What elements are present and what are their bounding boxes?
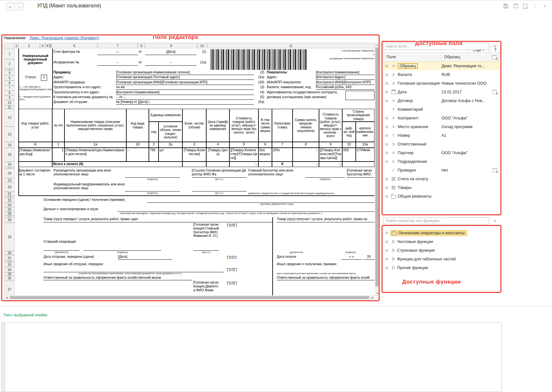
editor-cell[interactable]: шт — [159, 148, 182, 162]
field-search-close-icon[interactable]: × — [492, 43, 498, 49]
editor-cell[interactable]: [Контрагент.ИНН]/[Контрагент.КПП] — [316, 80, 374, 85]
editor-cell[interactable]: от — [139, 61, 144, 66]
editor-cell[interactable]: Наименование товара (описание выполненны… — [64, 109, 126, 142]
editor-cell[interactable]: Валюта: наименование, код — [267, 85, 315, 90]
function-search-input[interactable] — [383, 217, 489, 224]
expand-icon[interactable]: ⊕ — [383, 133, 390, 138]
editor-cell[interactable]: Цена (тариф) за единицу измерения — [206, 109, 229, 142]
editor-cell[interactable]: ["[10]"] — [227, 223, 246, 228]
editor-cell[interactable]: Коли- чество (объем) — [182, 109, 206, 142]
editor-cell[interactable]: Код товара/ работ, услуг — [18, 109, 52, 142]
editor-cell[interactable]: --- — [97, 50, 138, 55]
fields-column-sample[interactable]: Образец — [441, 55, 489, 59]
editor-cell[interactable]: 1а — [64, 142, 126, 148]
print-preview-icon[interactable] — [522, 4, 528, 9]
editor-cell[interactable]: (1) — [197, 50, 206, 55]
editor-cell[interactable] — [182, 162, 206, 167]
row-header[interactable]: 8 — [5, 90, 15, 95]
editor-cell[interactable]: (подпись) — [125, 192, 180, 195]
editor-cell[interactable]: (2а) — [255, 75, 264, 80]
editor-cell[interactable]: условное обозна- чение (нацио- нальное) — [159, 122, 182, 142]
back-button[interactable]: ← — [6, 3, 15, 10]
editor-cell[interactable]: 4 — [206, 142, 229, 148]
editor-cell[interactable] — [18, 162, 52, 167]
editor-cell[interactable]: -- — [97, 61, 138, 66]
field-row[interactable]: ⊕Счета на оплату — [383, 174, 499, 183]
kebab-menu-icon[interactable]: ⋮ — [532, 4, 538, 9]
editor-cell[interactable]: Статус: — [25, 75, 41, 80]
editor-cell[interactable]: [Дата] — [118, 255, 172, 260]
function-row[interactable]: ⊕fxСтроковые функции — [383, 246, 499, 255]
column-header[interactable]: 1 — [15, 43, 18, 48]
editor-cell[interactable]: Дата отгрузки, передачи (сдачи) — [44, 255, 118, 260]
editor-cell[interactable]: -- — [229, 162, 258, 167]
editor-cell[interactable]: Идентификатор государственного контракта… — [267, 90, 344, 95]
expand-icon[interactable]: ⊕ — [383, 159, 390, 164]
editor-cell[interactable]: 2а — [159, 142, 182, 148]
field-row[interactable]: ⊕>Ответственный — [383, 140, 499, 148]
fields-column-field[interactable]: Поле — [384, 55, 441, 59]
editor-cell[interactable]: 5 — [229, 142, 258, 148]
row-header[interactable]: 20 — [5, 182, 15, 192]
row-header[interactable]: 18 — [5, 169, 15, 178]
editor-cell[interactable] — [52, 49, 53, 109]
row-header[interactable]: 6 — [5, 80, 15, 85]
editor-cell[interactable]: Ответственный за правильность оформления… — [277, 276, 374, 280]
editor-cell[interactable]: (ф.и.о.) — [192, 192, 247, 195]
editor-cell[interactable]: X — [272, 162, 293, 167]
column-header[interactable]: 9 — [145, 43, 197, 48]
expand-icon[interactable]: ⊕ — [383, 239, 390, 244]
editor-cell[interactable]: -- от -- — [116, 95, 254, 100]
editor-cell[interactable] — [84, 246, 161, 251]
editor-cell[interactable]: (4) — [255, 90, 264, 95]
editor-cell[interactable]: (2б) — [255, 80, 264, 85]
expand-icon[interactable]: ⊕ — [383, 64, 390, 68]
editor-cell[interactable]: Стоимость товаров (работ, услуг), имущес… — [229, 109, 258, 142]
field-row[interactable]: ✓ПроведенНет — [383, 166, 499, 174]
expand-icon[interactable]: ⊕ — [383, 266, 390, 270]
row-header[interactable]: 2 — [5, 59, 15, 69]
expand-icon[interactable]: ⊕ — [383, 177, 390, 181]
editor-cell[interactable]: 2 — [149, 142, 159, 148]
editor-cell[interactable]: ["[12]"] — [227, 268, 246, 272]
row-header[interactable]: 13 — [5, 126, 15, 142]
editor-cell[interactable]: 10 — [342, 142, 356, 148]
row-header[interactable]: 16 — [5, 162, 15, 167]
editor-cell[interactable]: Страна происхождения товара — [342, 109, 374, 122]
editor-cell[interactable]: Единица измерения — [149, 109, 182, 122]
editor-cell[interactable]: договора (соглашения) (при наличии): — [267, 95, 344, 100]
function-row[interactable]: ⊕fxЧисловые функции — [383, 237, 499, 246]
editor-cell[interactable]: Документ составлен на 1 листе — [18, 169, 52, 182]
editor-cell[interactable]: 20 — [363, 255, 374, 260]
editor-cell[interactable]: № [Номер] от [Дата] г. — [116, 100, 254, 105]
expand-icon[interactable]: ⊕ — [383, 116, 390, 120]
row-header[interactable]: 19 — [5, 178, 15, 182]
row-header[interactable]: 35 — [5, 272, 15, 276]
editor-cell[interactable]: Данные о транспортировке и грузе — [44, 207, 118, 212]
editor-cell[interactable] — [118, 207, 374, 212]
row-header[interactable]: 9 — [5, 95, 15, 100]
expand-icon[interactable]: ⊕ — [383, 257, 390, 261]
spreadsheet-editor[interactable]: 1234567891011123456789101112131415161718… — [5, 43, 375, 298]
editor-cell[interactable]: Дата получе — [277, 255, 313, 260]
column-header[interactable]: 6 — [52, 43, 97, 48]
row-header[interactable]: 28 — [5, 217, 15, 223]
row-header[interactable]: 30 — [5, 251, 15, 255]
forward-button[interactable]: → — [15, 3, 23, 10]
editor-cell[interactable]: Универсальный передаточный документ — [18, 49, 52, 70]
field-row[interactable]: ⊕>КонтрагентООО "Альфа" — [383, 114, 499, 122]
selected-cell-text-area[interactable] — [1, 322, 502, 392]
field-row[interactable]: ⊕>Головная организацияНовые технологии О… — [383, 79, 499, 88]
function-row[interactable]: ⊕fxПрочие функции — [383, 263, 499, 272]
column-header[interactable]: 5 — [49, 43, 52, 48]
editor-cell[interactable]: (подпись) — [327, 251, 374, 255]
editor-cell[interactable]: от — [139, 50, 144, 55]
row-header[interactable]: 15 — [5, 148, 15, 162]
editor-cell[interactable]: он же — [116, 85, 254, 90]
row-header[interactable]: 36 — [5, 276, 15, 281]
editor-cell[interactable] — [206, 162, 229, 167]
field-row[interactable]: ⊕>ПартнерООО "Альфа" — [383, 148, 499, 157]
editor-cell[interactable]: (подпись) — [125, 178, 180, 182]
column-header[interactable] — [5, 43, 15, 48]
function-search-close-icon[interactable]: × — [492, 218, 498, 224]
